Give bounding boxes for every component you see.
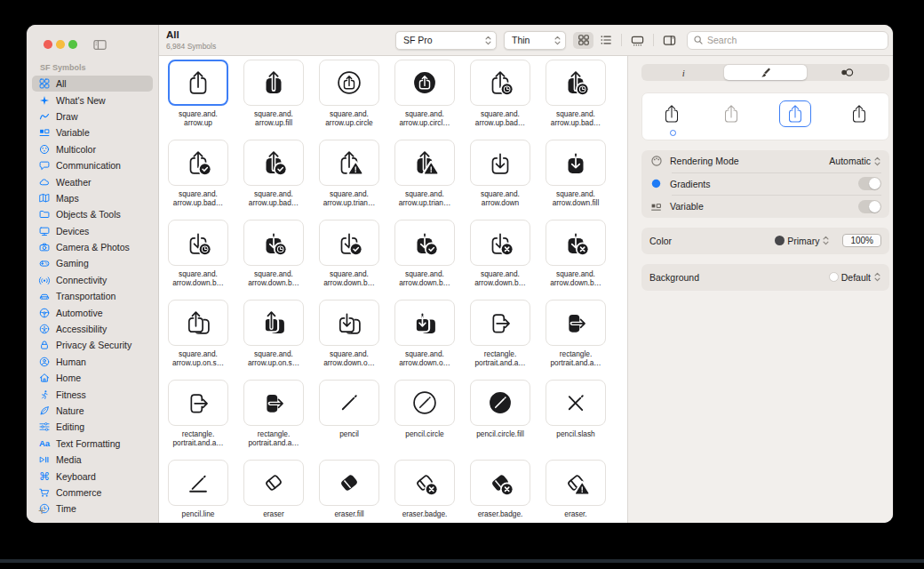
color-select[interactable]: Primary xyxy=(775,235,830,246)
sidebar-item-nature[interactable]: Nature xyxy=(32,403,153,419)
zoom-button[interactable] xyxy=(68,40,77,49)
sidebar-item-media[interactable]: Media xyxy=(32,452,153,468)
font-select[interactable]: SF Pro xyxy=(395,31,497,50)
symbol-cell-square-and-arrow-down-o[interactable]: square.and.arrow.down.o… xyxy=(394,300,455,380)
inspector-tab-animate[interactable] xyxy=(807,65,888,80)
symbol-cell-rectangle-portrait-and-a[interactable]: rectangle.portrait.and.a… xyxy=(546,300,606,380)
minimize-button[interactable] xyxy=(56,40,65,49)
sidebar-section-title: SF Symbols xyxy=(27,54,158,76)
symbol-cell-square-and-arrow-up-on-s[interactable]: square.and.arrow.up.on.s… xyxy=(168,300,228,380)
grid-view-button[interactable] xyxy=(573,32,593,49)
symbol-cell-rectangle-portrait-and-a[interactable]: rectangle.portrait.and.a… xyxy=(168,380,228,460)
sidebar-item-keyboard[interactable]: ⌘Keyboard xyxy=(32,468,153,484)
sidebar-item-label: What's New xyxy=(56,95,106,106)
sidebar-item-transportation[interactable]: Transportation xyxy=(32,288,153,304)
rendering-mode-select[interactable]: Automatic xyxy=(829,156,881,167)
symbol-name: square.and.arrow.down xyxy=(463,190,538,207)
sidebar-toggle-button[interactable] xyxy=(92,38,108,52)
symbol-cell-square-and-arrow-up-circle[interactable]: square.and.arrow.up.circle xyxy=(319,60,379,140)
preview-variant[interactable] xyxy=(848,102,871,125)
symbol-cell-square-and-arrow-down-b[interactable]: square.and.arrow.down.b… xyxy=(319,220,379,300)
sidebar-item-text-formatting[interactable]: AaText Formatting xyxy=(32,436,153,452)
sidebar-item-time[interactable]: Time xyxy=(32,501,153,517)
add-collection-button[interactable]: + xyxy=(38,503,45,517)
sidebar-item-camera-photos[interactable]: Camera & Photos xyxy=(32,239,153,255)
symbol-cell-rectangle-portrait-and-a[interactable]: rectangle.portrait.and.a… xyxy=(470,300,530,380)
symbol-cell-square-and-arrow-down-b[interactable]: square.and.arrow.down.b… xyxy=(470,220,530,300)
background-swatch xyxy=(829,272,839,282)
sidebar-item-editing[interactable]: Editing xyxy=(32,419,153,435)
color-row: Color Primary 100% xyxy=(649,228,881,254)
variable-toggle[interactable] xyxy=(858,200,881,213)
sidebar-item-variable[interactable]: Variable xyxy=(32,124,153,140)
inspector-tab-info[interactable]: i xyxy=(642,65,724,80)
symbol-cell-square-and-arrow-down-b[interactable]: square.and.arrow.down.b… xyxy=(243,220,304,300)
sidebar-item-multicolor[interactable]: Multicolor xyxy=(32,141,153,157)
sidebar-item-what-s-new[interactable]: What's New xyxy=(32,92,153,108)
inspector-tab-paintbrush[interactable] xyxy=(724,65,806,80)
symbol-cell-square-and-arrow-up-fill[interactable]: square.and.arrow.up.fill xyxy=(243,60,304,140)
symbol-cell-square-and-arrow-down-b[interactable]: square.and.arrow.down.b… xyxy=(546,220,606,300)
search-field[interactable]: Search xyxy=(687,31,888,50)
symbol-cell-square-and-arrow-up-bad[interactable]: square.and.arrow.up.bad… xyxy=(243,140,304,220)
symbol-cell-square-and-arrow-down[interactable]: square.and.arrow.down xyxy=(470,140,530,220)
symbol-cell-square-and-arrow-down-b[interactable]: square.and.arrow.down.b… xyxy=(394,220,455,300)
sidebar-item-gaming[interactable]: Gaming xyxy=(32,255,153,271)
sidebar-item-devices[interactable]: Devices xyxy=(32,223,153,239)
sidebar-item-fitness[interactable]: Fitness xyxy=(32,386,153,402)
inspector-toggle-button[interactable] xyxy=(659,32,680,49)
symbol-cell-eraser-badge[interactable]: eraser.badge. xyxy=(470,460,530,523)
sidebar-item-privacy-security[interactable]: Privacy & Security xyxy=(32,337,153,353)
symbol-thumbnail xyxy=(546,380,606,426)
background-select[interactable]: Default xyxy=(829,271,881,283)
sidebar-item-draw[interactable]: Draw xyxy=(32,108,153,124)
symbol-cell-square-and-arrow-up-trian[interactable]: square.and.arrow.up.trian… xyxy=(319,140,379,220)
symbol-cell-square-and-arrow-up-on-s[interactable]: square.and.arrow.up.on.s… xyxy=(243,300,304,380)
sidebar-item-home[interactable]: Home xyxy=(32,370,153,386)
symbol-grid: square.and.arrow.upsquare.and.arrow.up.f… xyxy=(159,56,627,523)
symbol-cell-square-and-arrow-down-o[interactable]: square.and.arrow.down.o… xyxy=(319,300,379,380)
opacity-field[interactable]: 100% xyxy=(842,234,881,247)
sidebar-item-weather[interactable]: Weather xyxy=(32,173,153,189)
sidebar-item-human[interactable]: Human xyxy=(32,354,153,370)
symbol-cell-pencil-circle[interactable]: pencil.circle xyxy=(394,380,455,460)
sidebar-item-label: Connectivity xyxy=(56,275,107,285)
symbol-cell-eraser[interactable]: eraser xyxy=(243,460,304,523)
sidebar-item-automotive[interactable]: Automotive xyxy=(32,304,153,320)
sidebar-item-communication[interactable]: Communication xyxy=(32,157,153,173)
symbol-cell-pencil-circle-fill[interactable]: pencil.circle.fill xyxy=(470,380,530,460)
person-icon xyxy=(37,356,52,368)
gallery-view-button[interactable] xyxy=(627,32,648,49)
symbol-cell-square-and-arrow-up-bad[interactable]: square.and.arrow.up.bad… xyxy=(168,140,228,220)
symbol-cell-pencil[interactable]: pencil xyxy=(319,380,379,460)
map-icon xyxy=(37,192,52,204)
symbol-cell-pencil-line[interactable]: pencil.line xyxy=(168,460,228,523)
sidebar-item-all[interactable]: All xyxy=(32,76,153,92)
weight-select[interactable]: Thin xyxy=(504,31,566,50)
rendering-mode-row: Rendering Mode Automatic xyxy=(649,150,881,172)
list-view-button[interactable] xyxy=(595,32,616,49)
symbol-cell-eraser[interactable]: eraser. xyxy=(546,460,606,523)
symbol-cell-square-and-arrow-up-bad[interactable]: square.and.arrow.up.bad… xyxy=(546,60,606,140)
symbol-cell-square-and-arrow-up-circl[interactable]: square.and.arrow.up.circl… xyxy=(394,60,455,140)
sidebar-item-connectivity[interactable]: Connectivity xyxy=(32,272,153,288)
symbol-cell-eraser-badge[interactable]: eraser.badge. xyxy=(394,460,455,523)
symbol-cell-square-and-arrow-down-b[interactable]: square.and.arrow.down.b… xyxy=(168,220,228,300)
preview-variant[interactable] xyxy=(720,102,743,125)
sidebar-item-commerce[interactable]: Commerce xyxy=(32,485,153,501)
symbol-cell-pencil-slash[interactable]: pencil.slash xyxy=(546,380,606,460)
sidebar-item-objects-tools[interactable]: Objects & Tools xyxy=(32,206,153,222)
preview-variant-selected[interactable] xyxy=(779,100,811,127)
preview-variant[interactable] xyxy=(660,102,683,125)
sidebar-item-accessibility[interactable]: Accessibility xyxy=(32,321,153,337)
symbol-cell-square-and-arrow-down-fill[interactable]: square.and.arrow.down.fill xyxy=(546,140,606,220)
sidebar-item-maps[interactable]: Maps xyxy=(32,190,153,206)
symbol-name: square.and.arrow.up.trian… xyxy=(312,190,386,207)
gradients-toggle[interactable] xyxy=(858,177,881,190)
symbol-cell-square-and-arrow-up[interactable]: square.and.arrow.up xyxy=(168,60,228,140)
symbol-cell-square-and-arrow-up-trian[interactable]: square.and.arrow.up.trian… xyxy=(394,140,455,220)
symbol-cell-rectangle-portrait-and-a[interactable]: rectangle.portrait.and.a… xyxy=(243,380,304,460)
symbol-cell-square-and-arrow-up-bad[interactable]: square.and.arrow.up.bad… xyxy=(470,60,530,140)
close-button[interactable] xyxy=(44,40,52,49)
symbol-cell-eraser-fill[interactable]: eraser.fill xyxy=(319,460,379,523)
